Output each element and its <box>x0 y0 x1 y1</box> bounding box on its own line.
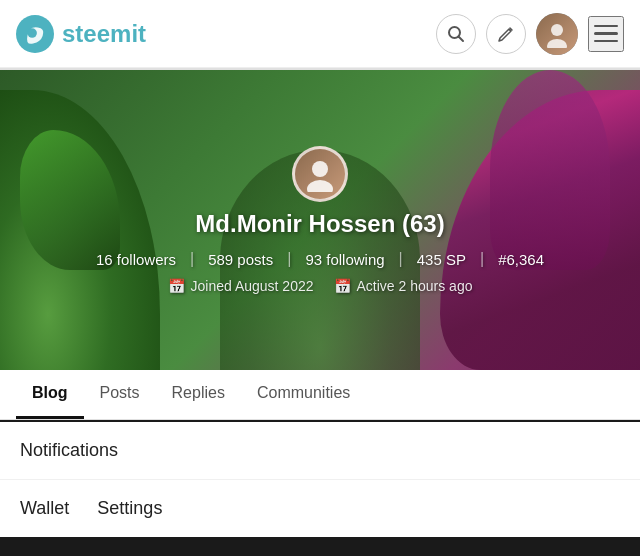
edit-icon <box>497 25 515 43</box>
clock-icon: 📅 <box>334 278 351 294</box>
logo-area: steemit <box>16 15 436 53</box>
following-stat[interactable]: 93 following <box>291 251 398 268</box>
header: steemit <box>0 0 640 68</box>
profile-meta: 📅 Joined August 2022 📅 Active 2 hours ag… <box>168 278 473 294</box>
active-meta: 📅 Active 2 hours ago <box>334 278 473 294</box>
hamburger-line-2 <box>594 32 618 35</box>
profile-name: Md.Monir Hossen (63) <box>195 210 444 238</box>
svg-point-1 <box>27 28 37 38</box>
svg-line-3 <box>459 36 464 41</box>
tab-blog[interactable]: Blog <box>16 370 84 419</box>
tab-bar: Blog Posts Replies Communities <box>0 370 640 420</box>
tab-posts[interactable]: Posts <box>84 370 156 419</box>
active-text: Active 2 hours ago <box>357 278 473 294</box>
svg-point-6 <box>312 161 328 177</box>
rank-stat[interactable]: #6,364 <box>484 251 558 268</box>
profile-banner: Md.Monir Hossen (63) 16 followers | 589 … <box>0 70 640 370</box>
logo-text: steemit <box>62 20 146 48</box>
profile-avatar <box>292 146 348 202</box>
search-icon <box>447 25 465 43</box>
hamburger-line-1 <box>594 25 618 28</box>
posts-stat[interactable]: 589 posts <box>194 251 287 268</box>
settings-menu-item[interactable]: Settings <box>77 480 182 537</box>
profile-reputation: (63) <box>402 210 445 237</box>
search-button[interactable] <box>436 14 476 54</box>
calendar-icon: 📅 <box>168 278 185 294</box>
hamburger-line-3 <box>594 40 618 43</box>
edit-button[interactable] <box>486 14 526 54</box>
user-avatar-button[interactable] <box>536 13 578 55</box>
joined-meta: 📅 Joined August 2022 <box>168 278 314 294</box>
profile-stats: 16 followers | 589 posts | 93 following … <box>82 250 558 268</box>
wallet-menu-item[interactable]: Wallet <box>0 480 77 537</box>
tab-replies[interactable]: Replies <box>156 370 241 419</box>
user-avatar <box>536 13 578 55</box>
followers-stat[interactable]: 16 followers <box>82 251 190 268</box>
sp-stat[interactable]: 435 SP <box>403 251 480 268</box>
wallet-settings-row: Wallet Settings <box>0 480 640 537</box>
joined-text: Joined August 2022 <box>191 278 314 294</box>
svg-point-5 <box>547 39 567 48</box>
header-icons <box>436 13 624 55</box>
tab-communities[interactable]: Communities <box>241 370 366 419</box>
svg-point-7 <box>307 180 333 192</box>
notifications-menu-item[interactable]: Notifications <box>0 422 640 480</box>
hamburger-menu-button[interactable] <box>588 16 624 52</box>
menu-section: Notifications Wallet Settings <box>0 422 640 537</box>
svg-point-4 <box>551 24 563 36</box>
profile-overlay: Md.Monir Hossen (63) 16 followers | 589 … <box>0 70 640 370</box>
profile-name-text: Md.Monir Hossen <box>195 210 395 237</box>
steemit-logo-icon <box>16 15 54 53</box>
